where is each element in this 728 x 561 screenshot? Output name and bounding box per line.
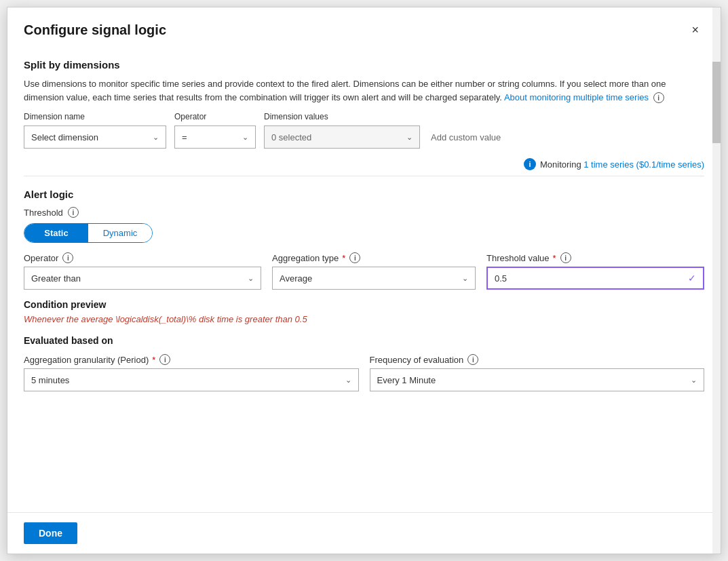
frequency-dropdown[interactable]: Every 1 Minute ⌄ <box>370 368 705 391</box>
static-dynamic-toggle: Static Dynamic <box>24 223 153 243</box>
threshold-required-star: * <box>553 253 556 263</box>
aggtype-dropdown[interactable]: Average ⌄ <box>272 267 476 290</box>
alert-logic-title: Alert logic <box>24 189 704 200</box>
agg-granularity-dropdown[interactable]: 5 minutes ⌄ <box>24 368 359 391</box>
chevron-down-icon: ⌄ <box>406 133 413 142</box>
chevron-down-icon: ⌄ <box>345 376 351 385</box>
divider-1 <box>24 176 704 176</box>
agg-granularity-info-icon: i <box>159 354 170 365</box>
condition-preview-section: Condition preview Whenever the average \… <box>24 299 704 324</box>
chevron-down-icon: ⌄ <box>691 376 697 385</box>
evaluated-based-on-title: Evaluated based on <box>24 335 704 346</box>
monitoring-info-icon: i <box>524 158 536 170</box>
split-by-dimensions-info: Use dimensions to monitor specific time … <box>24 77 704 104</box>
threshold-toggle-group: Static Dynamic <box>24 223 704 243</box>
dialog-footer: Done <box>7 512 721 554</box>
dialog-header: Configure signal logic × <box>7 7 721 47</box>
dim-values-dropdown[interactable]: 0 selected ⌄ <box>264 125 420 149</box>
monitoring-info-row: i Monitoring 1 time series ($0.1/time se… <box>24 158 704 170</box>
dimension-table-header: Dimension name Operator Dimension values <box>24 112 704 121</box>
threshold-value-input[interactable]: 0.5 ✓ <box>486 267 704 290</box>
split-by-dimensions-title: Split by dimensions <box>24 59 704 71</box>
alert-logic-fields: Operator i Greater than ⌄ Aggregation ty… <box>24 252 704 290</box>
operator-header: Operator <box>174 112 256 121</box>
dim-values-header: Dimension values <box>264 112 420 121</box>
dim-name-header: Dimension name <box>24 112 166 121</box>
scrollbar-thumb[interactable] <box>712 62 721 143</box>
chevron-down-icon: ⌄ <box>153 133 159 142</box>
aggtype-required-star: * <box>342 253 345 263</box>
dimension-row: Select dimension ⌄ = ⌄ 0 selected ⌄ Add … <box>24 125 704 149</box>
chevron-down-icon: ⌄ <box>248 274 254 283</box>
evaluated-based-on-section: Evaluated based on Aggregation granulari… <box>24 335 704 391</box>
aggtype-info-icon: i <box>349 252 360 263</box>
static-toggle-button[interactable]: Static <box>24 224 88 242</box>
monitoring-link[interactable]: 1 time series ($0.1/time series) <box>583 159 704 170</box>
condition-preview-text: Whenever the average \logicaldisk(_total… <box>24 314 704 324</box>
scrollbar-track[interactable] <box>712 7 721 554</box>
agg-granularity-required-star: * <box>152 355 155 365</box>
dialog-body: Split by dimensions Use dimensions to mo… <box>7 47 721 512</box>
monitoring-text: Monitoring 1 time series ($0.1/time seri… <box>540 159 704 170</box>
threshold-value-info-icon: i <box>560 252 571 263</box>
frequency-group: Frequency of evaluation i Every 1 Minute… <box>370 354 705 391</box>
done-button[interactable]: Done <box>24 522 77 544</box>
condition-preview-title: Condition preview <box>24 299 704 310</box>
close-button[interactable]: × <box>686 21 704 39</box>
operator-value-dropdown[interactable]: Greater than ⌄ <box>24 267 261 290</box>
add-custom-value-button[interactable]: Add custom value <box>428 128 503 147</box>
select-dimension-dropdown[interactable]: Select dimension ⌄ <box>24 125 166 149</box>
dynamic-toggle-button[interactable]: Dynamic <box>88 224 152 242</box>
operator-info-icon: i <box>62 252 73 263</box>
check-icon: ✓ <box>688 273 696 284</box>
chevron-down-icon: ⌄ <box>242 133 248 142</box>
frequency-info-icon: i <box>467 354 478 365</box>
operator-field-label: Operator i <box>24 252 261 263</box>
operator-field-group: Operator i Greater than ⌄ <box>24 252 261 290</box>
threshold-value-field-group: Threshold value * i 0.5 ✓ <box>486 252 704 290</box>
operator-dropdown[interactable]: = ⌄ <box>174 125 256 149</box>
threshold-value-label: Threshold value * i <box>486 252 704 263</box>
dialog-title: Configure signal logic <box>24 22 166 38</box>
agg-granularity-group: Aggregation granularity (Period) * i 5 m… <box>24 354 359 391</box>
split-by-dimensions-section: Split by dimensions Use dimensions to mo… <box>24 59 704 170</box>
threshold-info-icon: i <box>68 207 79 218</box>
threshold-label-row: Threshold i <box>24 207 704 218</box>
aggtype-field-group: Aggregation type * i Average ⌄ <box>272 252 476 290</box>
about-monitoring-link[interactable]: About monitoring multiple time series <box>504 92 649 102</box>
aggtype-field-label: Aggregation type * i <box>272 252 476 263</box>
frequency-label: Frequency of evaluation i <box>370 354 705 365</box>
agg-granularity-label: Aggregation granularity (Period) * i <box>24 354 359 365</box>
chevron-down-icon: ⌄ <box>462 274 468 283</box>
configure-signal-logic-dialog: Configure signal logic × Split by dimens… <box>7 7 721 554</box>
evaluated-fields-row: Aggregation granularity (Period) * i 5 m… <box>24 354 704 391</box>
alert-logic-section: Alert logic Threshold i Static Dynamic O… <box>24 189 704 391</box>
about-monitoring-info-icon: i <box>653 92 664 103</box>
